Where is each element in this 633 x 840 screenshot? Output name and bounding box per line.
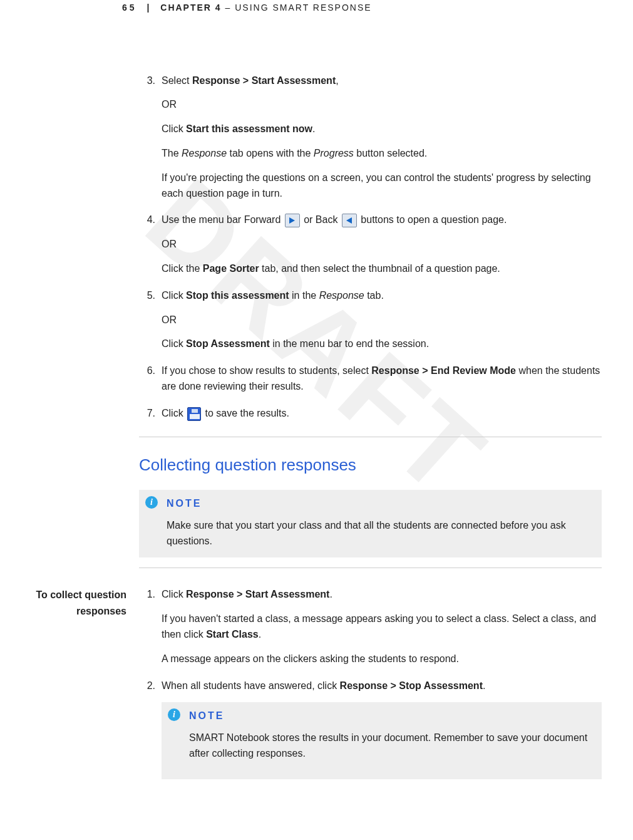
step-text: If you're projecting the questions on a … bbox=[162, 170, 602, 202]
step-number: 1. bbox=[139, 587, 157, 675]
step-text: Click Response > Start Assessment. bbox=[162, 587, 602, 603]
info-icon: i bbox=[145, 496, 158, 509]
step-text: OR bbox=[162, 237, 602, 252]
step-text: Click Start this assessment now. bbox=[162, 122, 602, 137]
note-text: Make sure that you start your class and … bbox=[167, 518, 593, 549]
procedure-label: To collect question responses bbox=[0, 587, 131, 791]
step-number: 2. bbox=[139, 678, 157, 789]
save-icon bbox=[187, 407, 201, 421]
back-arrow-icon bbox=[342, 214, 357, 227]
step-text: Use the menu bar Forward or Back buttons… bbox=[162, 212, 602, 228]
page-header: 65 | CHAPTER 4 – USING SMART RESPONSE bbox=[0, 0, 608, 20]
section-title: Collecting question responses bbox=[139, 452, 602, 477]
step-text: When all students have answered, click R… bbox=[162, 678, 602, 694]
section-separator bbox=[139, 437, 602, 437]
forward-arrow-icon bbox=[285, 214, 300, 227]
step-number: 3. bbox=[139, 73, 157, 210]
step-number: 4. bbox=[139, 212, 157, 285]
step-number: 6. bbox=[139, 363, 157, 403]
step-text: Click the Page Sorter tab, and then sele… bbox=[162, 261, 602, 277]
page-number: 65 bbox=[122, 3, 137, 13]
step-text: A message appears on the clickers asking… bbox=[162, 651, 602, 667]
step-text: OR bbox=[162, 97, 602, 113]
note-text: SMART Notebook stores the results in you… bbox=[189, 730, 593, 762]
chapter-title: – USING SMART RESPONSE bbox=[225, 3, 372, 13]
step-text: OR bbox=[162, 313, 602, 328]
step-number: 7. bbox=[139, 406, 157, 430]
step-text: Click Stop this assessment in the Respon… bbox=[162, 288, 602, 304]
step-text: Click to save the results. bbox=[162, 406, 602, 422]
step-text: Click Stop Assessment in the menu bar to… bbox=[162, 336, 602, 352]
chapter-label: CHAPTER 4 bbox=[160, 3, 221, 13]
section-separator bbox=[139, 568, 602, 568]
step-text: Select Response > Start Assessment, bbox=[162, 73, 602, 89]
note-box: i NOTE SMART Notebook stores the results… bbox=[162, 702, 602, 779]
note-label: NOTE bbox=[189, 708, 593, 724]
step-text: If you chose to show results to students… bbox=[162, 363, 602, 395]
note-box: i NOTE Make sure that you start your cla… bbox=[139, 490, 602, 557]
info-icon: i bbox=[168, 708, 180, 721]
note-label: NOTE bbox=[167, 496, 593, 512]
step-number: 5. bbox=[139, 288, 157, 361]
step-text: If you haven't started a class, a messag… bbox=[162, 611, 602, 643]
step-text: The Response tab opens with the Progress… bbox=[162, 146, 602, 162]
